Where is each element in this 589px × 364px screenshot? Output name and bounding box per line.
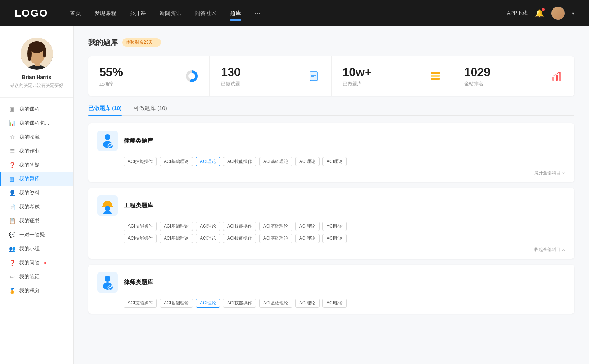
book-svg-icon [429,70,441,82]
qbank-collapse-button[interactable]: 收起全部科目 ∧ [534,247,565,253]
qbank-tag[interactable]: ACI基础理论 [259,157,292,166]
notification-dot [542,8,545,11]
sidebar-item-certificates[interactable]: 📋 我的证书 [0,214,73,228]
trial-badge: 体验剩余23天！ [122,38,161,47]
qbank-tag[interactable]: ACI理论 [322,234,347,243]
qbank-tag[interactable]: ACI技能操作 [124,234,157,243]
sidebar-item-qbank[interactable]: ▦ 我的题库 [0,172,73,186]
qbank-tag[interactable]: ACI技能操作 [124,157,157,166]
qbank-tags-engineer-row2: ACI技能操作 ACI基础理论 ACI理论 ACI技能操作 ACI基础理论 AC… [97,234,565,243]
svg-point-20 [105,134,110,140]
sidebar-item-label: 我的小组 [19,246,40,252]
sidebar-item-groups[interactable]: 👥 我的小组 [0,242,73,256]
done-questions-label: 已做试题 [221,81,301,87]
qbank-tag[interactable]: ACI基础理论 [160,299,193,308]
avatar-chevron-icon[interactable]: ▾ [572,11,574,16]
qbank-tag-highlighted[interactable]: ACI理论 [196,299,220,308]
qbank-tag[interactable]: ACI基础理论 [160,222,193,231]
page-title: 我的题库 [88,38,118,47]
qbank-tag[interactable]: ACI基础理论 [259,222,292,231]
qbank-title-engineer: 工程类题库 [124,202,153,210]
qa-notification-dot [44,262,46,264]
qbank-tag[interactable]: ACI理论 [295,222,320,231]
qbank-tag[interactable]: ACI基础理论 [160,234,193,243]
sidebar-avatar-image [21,38,53,70]
exams-icon: 📄 [9,204,15,210]
book-icon [428,69,442,83]
sidebar-item-my-qa[interactable]: ❓ 我的问答 [0,256,73,270]
done-banks-value: 10w+ [343,65,423,79]
sidebar-item-label: 我的课程 [19,106,40,113]
qbank-icon-lawyer-1 [97,131,118,151]
qbank-tag[interactable]: ACI技能操作 [223,157,256,166]
sidebar-item-courses[interactable]: ▣ 我的课程 [0,102,73,116]
qbank-tag-highlighted[interactable]: ACI理论 [196,157,220,166]
svg-point-7 [43,47,46,57]
svg-rect-14 [431,75,440,77]
qbank-tag[interactable]: ACI基础理论 [259,234,292,243]
qbank-tag[interactable]: ACI技能操作 [223,299,256,308]
nav-qbank[interactable]: 题库 [230,8,241,18]
qbank-tag[interactable]: ACI理论 [295,157,320,166]
svg-rect-15 [431,78,440,80]
qbank-tag[interactable]: ACI理论 [322,157,347,166]
points-icon: 🏅 [9,288,15,294]
qbank-title-lawyer-1: 律师类题库 [124,137,153,145]
qbank-tag[interactable]: ACI技能操作 [124,299,157,308]
sidebar-item-label: 我的证书 [19,218,40,224]
sidebar-user-motto: 错误的决定比没有决定要好 [10,82,63,89]
nav-discover[interactable]: 发现课程 [94,8,116,18]
sidebar-item-course-packages[interactable]: 📊 我的课程包... [0,116,73,130]
qbank-tag[interactable]: ACI技能操作 [223,234,256,243]
packages-icon: 📊 [9,120,15,126]
qbank-tag[interactable]: ACI理论 [196,234,220,243]
rank-label: 全站排名 [464,81,544,87]
sidebar-avatar[interactable] [21,38,53,70]
accuracy-icon [185,69,198,83]
tab-done-banks[interactable]: 已做题库 (10) [88,105,122,115]
qbank-header-lawyer-2: 律师类题库 [97,272,565,293]
qbank-card-lawyer-1: 律师类题库 ACI技能操作 ACI基础理论 ACI理论 ACI技能操作 ACI基… [88,123,574,182]
nav-opencourse[interactable]: 公开课 [130,8,146,18]
avatar[interactable] [551,7,565,20]
notification-bell[interactable]: 🔔 [535,9,544,18]
logo[interactable]: LOGO [15,7,48,19]
sidebar-item-profile[interactable]: 👤 我的资料 [0,186,73,200]
lawyer-icon-svg [99,133,116,149]
qbank-tag[interactable]: ACI基础理论 [259,299,292,308]
qbank-tag[interactable]: ACI技能操作 [124,222,157,231]
page-header: 我的题库 体验剩余23天！ [88,38,574,47]
sidebar-item-homework[interactable]: ☰ 我的作业 [0,144,73,158]
navbar: LOGO 首页 发现课程 公开课 新闻资讯 问答社区 题库 ··· APP下载 … [0,0,589,26]
sidebar-item-label: 我的答疑 [19,162,40,168]
qbank-title-lawyer-2: 律师类题库 [124,279,153,286]
nav-news[interactable]: 新闻资讯 [159,8,181,18]
sidebar-item-label: 我的题库 [19,176,40,182]
qbank-expand-button[interactable]: 展开全部科目 ∨ [534,170,565,176]
sidebar-item-exams[interactable]: 📄 我的考试 [0,200,73,214]
svg-rect-13 [431,72,440,74]
sidebar-item-notes[interactable]: ✏ 我的笔记 [0,270,73,284]
sidebar-item-favorites[interactable]: ☆ 我的收藏 [0,130,73,144]
sidebar-item-qa[interactable]: ❓ 我的答疑 [0,158,73,172]
courses-icon: ▣ [9,106,15,113]
nav-qa[interactable]: 问答社区 [195,8,217,18]
qbank-tag[interactable]: ACI理论 [322,299,347,308]
qbank-tag[interactable]: ACI技能操作 [223,222,256,231]
tab-available-banks[interactable]: 可做题库 (10) [134,105,167,115]
qbank-tag[interactable]: ACI理论 [322,222,347,231]
sidebar-item-one-on-one[interactable]: 💬 一对一答疑 [0,228,73,242]
qbank-tag[interactable]: ACI基础理论 [160,157,193,166]
sidebar-item-label: 一对一答疑 [19,232,45,238]
nav-more[interactable]: ··· [254,10,260,17]
engineer-icon-svg [99,197,116,214]
sidebar-menu: ▣ 我的课程 📊 我的课程包... ☆ 我的收藏 ☰ 我的作业 ❓ 我的答疑 ▦ [0,102,73,298]
nav-home[interactable]: 首页 [70,8,81,18]
qbank-tag[interactable]: ACI理论 [196,222,220,231]
app-download-button[interactable]: APP下载 [507,10,528,17]
sidebar-item-points[interactable]: 🏅 我的积分 [0,284,73,298]
qbank-tag[interactable]: ACI理论 [295,299,320,308]
qbank-tag[interactable]: ACI理论 [295,234,320,243]
qbank-icon-lawyer-2 [97,272,118,293]
homework-icon: ☰ [9,148,15,154]
